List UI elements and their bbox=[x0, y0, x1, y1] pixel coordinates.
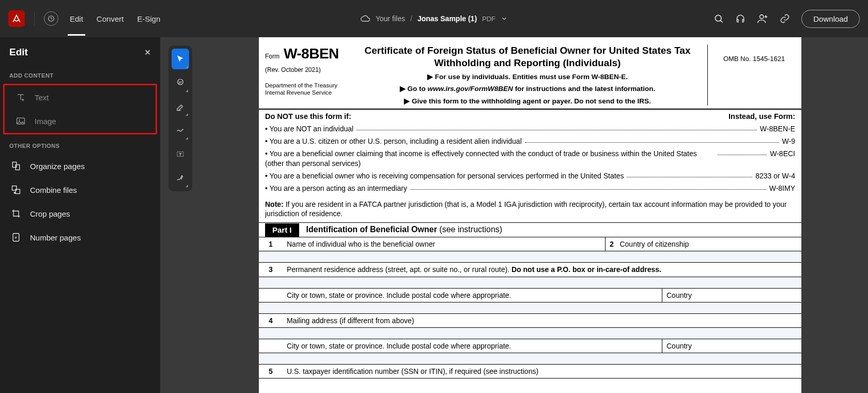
combine-label: Combine files bbox=[30, 186, 77, 194]
edit-panel: Edit ✕ ADD CONTENT Text Image O bbox=[0, 37, 160, 393]
combine-files-button[interactable]: Combine files bbox=[0, 178, 160, 202]
note-text: Note: If you are resident in a FATCA par… bbox=[259, 198, 801, 223]
row4-country-label: Country bbox=[662, 339, 801, 353]
top-toolbar: Edit Convert E-Sign Your files / Jonas S… bbox=[0, 0, 868, 37]
part1-title: Identification of Beneficial Owner (see … bbox=[299, 223, 510, 237]
row2-num: 2 bbox=[610, 240, 614, 248]
bullet-2-alt: W-9 bbox=[782, 137, 795, 146]
section-other-options: OTHER OPTIONS bbox=[0, 138, 160, 154]
breadcrumb-file: Jonas Sample (1) bbox=[417, 14, 477, 23]
number-pages-button[interactable]: # Number pages bbox=[0, 225, 160, 249]
close-icon[interactable]: ✕ bbox=[144, 48, 151, 57]
organize-pages-button[interactable]: Organize pages bbox=[0, 154, 160, 178]
do-not-use-label: Do NOT use this form if: bbox=[265, 112, 351, 122]
row1-input[interactable] bbox=[259, 251, 801, 263]
annotation-highlight: Text Image bbox=[3, 84, 157, 134]
add-image-button[interactable]: Image bbox=[5, 109, 156, 133]
row4-city-input[interactable] bbox=[259, 353, 801, 365]
nav-edit[interactable]: Edit bbox=[68, 2, 85, 36]
row4-city-label: City or town, state or province. Include… bbox=[283, 339, 662, 353]
svg-point-1 bbox=[716, 15, 722, 21]
acrobat-logo bbox=[8, 10, 25, 27]
row3-country-label: Country bbox=[662, 289, 801, 302]
bullet-3-alt: W-8ECI bbox=[770, 149, 795, 158]
text-icon bbox=[15, 92, 26, 103]
row3-city-input[interactable] bbox=[259, 303, 801, 314]
headphones-icon[interactable] bbox=[735, 13, 746, 24]
bullet-1: • You are NOT an individual bbox=[265, 124, 353, 133]
number-label: Number pages bbox=[30, 233, 81, 242]
number-icon: # bbox=[10, 232, 22, 243]
svg-point-4 bbox=[19, 119, 20, 121]
form-title: Certificate of Foreign Status of Benefic… bbox=[352, 44, 703, 69]
dept-line-1: Department of the Treasury bbox=[265, 82, 348, 89]
svg-text:#: # bbox=[15, 235, 18, 240]
row4-label: Mailing address (if different from above… bbox=[283, 314, 801, 327]
form-sub1: For use by individuals. Entities must us… bbox=[352, 72, 703, 82]
bullet-3: • You are a beneficial owner claiming th… bbox=[265, 149, 715, 168]
add-image-label: Image bbox=[35, 117, 56, 126]
crop-label: Crop pages bbox=[30, 209, 70, 218]
section-add-content: ADD CONTENT bbox=[0, 67, 160, 84]
combine-icon bbox=[10, 184, 22, 195]
bullet-2: • You are a U.S. citizen or other U.S. p… bbox=[265, 137, 522, 146]
row3-num: 3 bbox=[259, 263, 283, 276]
add-user-icon[interactable] bbox=[757, 13, 768, 24]
bullet-4: • You are a beneficial owner who is rece… bbox=[265, 171, 624, 180]
pdf-page: Form W-8BEN (Rev. October 2021) Departme… bbox=[259, 37, 801, 393]
cloud-icon bbox=[360, 13, 370, 24]
form-word: Form bbox=[265, 53, 280, 61]
highlight-tool[interactable] bbox=[172, 96, 189, 117]
bullet-4-alt: 8233 or W-4 bbox=[755, 171, 795, 180]
form-sub3: Give this form to the withholding agent … bbox=[352, 97, 703, 106]
organize-label: Organize pages bbox=[30, 162, 85, 171]
omb-number: OMB No. 1545-1621 bbox=[707, 44, 795, 105]
sign-tool[interactable] bbox=[172, 168, 189, 188]
comment-tool[interactable] bbox=[172, 72, 189, 93]
row1-num: 1 bbox=[259, 237, 283, 251]
row5-num: 5 bbox=[259, 365, 283, 378]
form-code: W-8BEN bbox=[284, 44, 339, 63]
row3-input[interactable] bbox=[259, 277, 801, 289]
breadcrumb: Your files / Jonas Sample (1) PDF bbox=[360, 13, 508, 24]
form-rev: (Rev. October 2021) bbox=[265, 66, 348, 74]
link-icon[interactable] bbox=[780, 13, 790, 24]
nav-convert[interactable]: Convert bbox=[95, 2, 126, 36]
draw-tool[interactable] bbox=[172, 120, 189, 141]
textbox-tool[interactable] bbox=[172, 144, 189, 164]
row5-label: U.S. taxpayer identification number (SSN… bbox=[283, 365, 801, 378]
row4-num: 4 bbox=[259, 314, 283, 327]
bullet-5-alt: W-8IMY bbox=[769, 184, 795, 193]
separator bbox=[34, 11, 35, 26]
breadcrumb-location[interactable]: Your files bbox=[376, 14, 405, 23]
download-button[interactable]: Download bbox=[801, 10, 860, 28]
select-tool[interactable] bbox=[172, 49, 189, 69]
document-canvas[interactable]: Form W-8BEN (Rev. October 2021) Departme… bbox=[192, 37, 868, 393]
breadcrumb-sep: / bbox=[410, 14, 412, 23]
part1-tag: Part I bbox=[265, 223, 299, 237]
crop-icon bbox=[10, 208, 22, 219]
image-icon bbox=[15, 115, 26, 127]
breadcrumb-ext: PDF bbox=[482, 15, 495, 23]
nav-esign[interactable]: E-Sign bbox=[135, 2, 162, 36]
add-text-button[interactable]: Text bbox=[5, 85, 156, 109]
annotation-toolstrip bbox=[168, 46, 192, 191]
organize-icon bbox=[10, 160, 22, 172]
panel-title: Edit bbox=[9, 47, 28, 58]
instead-use-label: Instead, use Form: bbox=[729, 112, 795, 122]
crop-pages-button[interactable]: Crop pages bbox=[0, 202, 160, 225]
search-icon[interactable] bbox=[714, 13, 724, 24]
row2-label: Country of citizenship bbox=[619, 240, 689, 248]
svg-point-2 bbox=[760, 15, 764, 19]
bullet-5: • You are a person acting as an intermed… bbox=[265, 184, 407, 193]
row3-label: Permanent residence address (street, apt… bbox=[283, 263, 801, 276]
row4-input[interactable] bbox=[259, 328, 801, 339]
add-text-label: Text bbox=[35, 93, 49, 102]
row3-city-label: City or town, state or province. Include… bbox=[283, 289, 662, 302]
recent-icon[interactable] bbox=[44, 11, 58, 26]
chevron-down-icon[interactable] bbox=[501, 15, 508, 22]
form-sub2: Go to www.irs.gov/FormW8BEN for instruct… bbox=[352, 84, 703, 94]
dept-line-2: Internal Revenue Service bbox=[265, 89, 348, 96]
row1-label: Name of individual who is the beneficial… bbox=[283, 237, 605, 251]
bullet-1-alt: W-8BEN-E bbox=[760, 124, 795, 133]
